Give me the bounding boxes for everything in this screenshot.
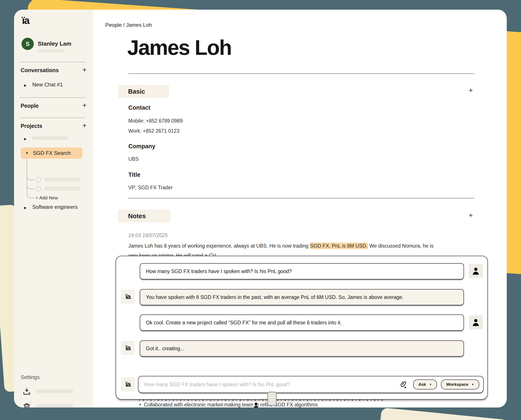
add-person-button[interactable]: + <box>83 102 87 109</box>
chat-message-assistant: Got it.. creating... <box>140 340 464 357</box>
chevron-right-icon: ▶ <box>24 83 27 87</box>
chevron-down-icon: ▼ <box>471 383 474 386</box>
chat-message-text: You have spoken with 6 SGD FX traders in… <box>146 294 403 300</box>
add-project-button[interactable]: + <box>83 122 87 129</box>
add-basic-field-button[interactable]: + <box>468 86 473 95</box>
page-title: James Loh <box>127 36 231 60</box>
tree-connector <box>27 159 35 198</box>
clipped-text-fragments <box>139 400 383 401</box>
user-avatar-tile <box>469 264 483 278</box>
ask-button-label: Ask <box>418 382 426 387</box>
tree-item-skeleton <box>44 177 81 181</box>
tree-item-skeleton <box>44 187 81 191</box>
conversation-label: New Chat #1 <box>32 82 63 88</box>
trash-icon[interactable] <box>22 402 31 407</box>
assistant-avatar-tile: ïa <box>121 377 135 391</box>
divider <box>20 97 86 98</box>
tree-item-checkbox[interactable] <box>36 177 41 182</box>
breadcrumb[interactable]: People / James Loh <box>105 22 152 28</box>
app-window: ïa S Stanley Lam Conversations + ▶ New C… <box>14 10 507 407</box>
company-label: Company <box>128 143 155 150</box>
user-initial: S <box>26 41 29 47</box>
chat-input[interactable] <box>144 381 398 388</box>
user-name: Stanley Lam <box>38 40 71 47</box>
chevron-down-icon: ▼ <box>429 383 432 386</box>
settings-item-skeleton <box>36 390 73 393</box>
workspace-selector-button[interactable]: Workspace ▼ <box>441 379 479 390</box>
chat-message-user: Ok cool. Create a new project called “SG… <box>140 315 464 331</box>
section-header-notes: Notes <box>118 210 170 222</box>
person-icon <box>471 266 481 276</box>
sidebar-section-people: People <box>21 103 39 109</box>
tree-item-checkbox[interactable] <box>36 187 41 191</box>
project-label: Software engineers <box>32 204 78 210</box>
ask-mode-button[interactable]: Ask ▼ <box>413 379 437 390</box>
chat-message-user: How many SGD FX traders have I spoken wi… <box>140 263 464 279</box>
app-logo: ïa <box>22 15 29 26</box>
settings-item-skeleton <box>36 404 73 407</box>
collaborator-cursor-person-icon <box>252 401 260 407</box>
note-highlight: SGD FX. PnL is 8M USD. <box>310 243 368 249</box>
assistant-avatar-tile: ïa <box>121 290 135 304</box>
project-label-skeleton <box>32 136 69 140</box>
contact-label: Contact <box>128 105 151 111</box>
sidebar: ïa S Stanley Lam Conversations + ▶ New C… <box>14 10 93 407</box>
sidebar-item-project-skeleton[interactable]: ▶ <box>24 137 27 141</box>
chat-input-bar: Ask ▼ Workspace ▼ <box>138 376 484 393</box>
note-timestamp: 16:03 16/07/2025 <box>128 232 168 238</box>
company-value: UBS <box>128 156 139 162</box>
bullet-text: Collaborated with electronic market-maki… <box>144 402 318 407</box>
sidebar-section-projects: Projects <box>21 123 42 129</box>
add-note-button[interactable]: + <box>468 211 473 219</box>
chevron-down-icon: ▼ <box>25 151 29 155</box>
sidebar-item-sgd-fx-search[interactable]: ▼ SGD FX Search <box>21 147 83 159</box>
workspace-button-label: Workspace <box>446 382 468 387</box>
user-subtitle-skeleton <box>38 50 65 52</box>
download-tray-icon[interactable] <box>22 387 31 396</box>
user-avatar-tile <box>469 315 483 330</box>
clipped-bullet-line: • Collaborated with electronic market-ma… <box>139 402 457 407</box>
section-header-basic: Basic <box>118 85 169 98</box>
collaborator-cursor-handle[interactable] <box>267 392 277 406</box>
divider <box>128 73 474 74</box>
contact-mobile: Mobile: +852 6789 0989 <box>128 118 182 124</box>
chat-overlay: How many SGD FX traders have I spoken wi… <box>116 256 488 400</box>
decor-cream-card-bottom-right <box>379 407 508 420</box>
chat-message-text: Got it.. creating... <box>146 346 184 352</box>
note-text-before: James Loh has 8 years of working experie… <box>128 243 310 249</box>
settings-label[interactable]: Settings <box>21 374 40 380</box>
title-value: VP; SGD FX Trader <box>128 185 173 191</box>
chat-message-assistant: You have spoken with 6 SGD FX traders in… <box>140 289 464 305</box>
contact-work: Work: +852 2671 0123 <box>128 128 180 134</box>
note-text-after: We discussed Nomura, he is <box>368 243 433 249</box>
chat-message-text: How many SGD FX traders have I spoken wi… <box>146 269 292 274</box>
bullet-glyph: • <box>139 402 141 407</box>
assistant-avatar-tile: ïa <box>121 341 135 355</box>
title-label: Title <box>128 172 140 178</box>
person-icon <box>471 318 481 327</box>
paperclip-plus-icon[interactable] <box>400 380 408 389</box>
add-new-tree-item-button[interactable]: + Add New <box>36 195 58 201</box>
add-conversation-button[interactable]: + <box>83 66 87 73</box>
divider <box>20 62 86 62</box>
selected-project-label: SGD FX Search <box>33 150 71 156</box>
chat-message-text: Ok cool. Create a new project called “SG… <box>146 320 341 326</box>
sidebar-section-conversations: Conversations <box>21 67 59 74</box>
divider <box>20 118 86 118</box>
sidebar-item-new-chat[interactable]: ▶ New Chat #1 <box>24 82 63 88</box>
sidebar-item-software-engineers[interactable]: ▶ Software engineers <box>24 204 78 210</box>
note-text: James Loh has 8 years of working experie… <box>128 243 466 249</box>
divider <box>128 198 474 198</box>
user-avatar[interactable]: S <box>22 38 34 50</box>
chevron-right-icon: ▶ <box>24 206 27 210</box>
chevron-right-icon: ▶ <box>24 137 27 141</box>
